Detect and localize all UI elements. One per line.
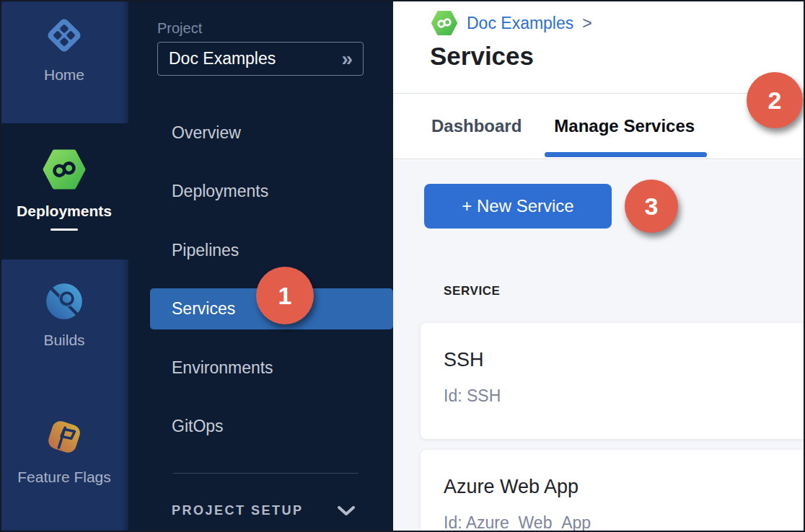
rail-item-builds[interactable]: Builds bbox=[0, 260, 128, 393]
project-selector-value: Doc Examples bbox=[169, 49, 276, 68]
sidebar-item-environments[interactable]: Environments bbox=[128, 347, 393, 389]
service-card-azure-web-app[interactable]: Azure Web App Id: Azure_Web_App bbox=[421, 450, 805, 532]
sidebar-item-pipelines[interactable]: Pipelines bbox=[128, 230, 393, 271]
tab-dashboard[interactable]: Dashboard bbox=[431, 94, 522, 159]
module-rail: Home Deployments bbox=[0, 0, 128, 532]
sidebar-divider bbox=[173, 473, 358, 474]
service-id: Id: Azure_Web_App bbox=[444, 513, 799, 532]
sidebar-item-overview[interactable]: Overview bbox=[128, 112, 393, 154]
annotation-step-1: 1 bbox=[256, 267, 314, 324]
active-tab-underline bbox=[545, 152, 707, 157]
new-service-button[interactable]: + New Service bbox=[424, 184, 612, 229]
page-title: Services bbox=[430, 42, 534, 71]
chevron-right-icon: > bbox=[582, 14, 591, 33]
main-content: Doc Examples > Services Dashboard Manage… bbox=[393, 0, 805, 532]
project-icon bbox=[431, 9, 458, 37]
project-setup-toggle[interactable]: PROJECT SETUP bbox=[172, 503, 355, 518]
project-setup-label: PROJECT SETUP bbox=[172, 503, 304, 518]
rail-label-home: Home bbox=[44, 66, 84, 84]
active-module-underline bbox=[50, 229, 78, 231]
sidebar-item-deployments[interactable]: Deployments bbox=[128, 171, 393, 212]
double-chevron-icon: » bbox=[341, 49, 353, 69]
service-card-ssh[interactable]: SSH Id: SSH bbox=[421, 323, 805, 439]
rail-label-builds: Builds bbox=[43, 332, 84, 349]
rail-label-feature-flags: Feature Flags bbox=[17, 469, 111, 486]
project-sidebar: Project Doc Examples » Overview Deployme… bbox=[128, 0, 393, 532]
project-section-label: Project bbox=[157, 20, 202, 37]
rail-item-feature-flags[interactable]: Feature Flags bbox=[0, 393, 128, 532]
services-content: + New Service SERVICE SSH Id: SSH Azure … bbox=[393, 160, 805, 532]
app-window: Home Deployments bbox=[0, 0, 805, 532]
rail-item-deployments[interactable]: Deployments bbox=[0, 123, 128, 260]
chevron-down-icon bbox=[338, 506, 355, 516]
project-selector[interactable]: Doc Examples » bbox=[157, 42, 364, 76]
rail-item-home[interactable]: Home bbox=[0, 0, 128, 123]
annotation-step-2: 2 bbox=[747, 72, 803, 128]
service-column-header: SERVICE bbox=[444, 284, 501, 298]
tab-manage-services[interactable]: Manage Services bbox=[554, 94, 695, 159]
home-icon bbox=[44, 15, 84, 56]
tab-bar: Dashboard Manage Services bbox=[393, 94, 805, 159]
service-name: Azure Web App bbox=[444, 476, 799, 497]
sidebar-item-gitops[interactable]: GitOps bbox=[128, 406, 393, 447]
rail-label-deployments: Deployments bbox=[17, 203, 112, 220]
breadcrumb-project-link[interactable]: Doc Examples bbox=[467, 14, 573, 33]
builds-icon bbox=[45, 282, 84, 321]
feature-flags-icon bbox=[43, 416, 85, 458]
breadcrumb: Doc Examples > bbox=[431, 9, 592, 37]
service-id: Id: SSH bbox=[444, 386, 799, 405]
annotation-step-3: 3 bbox=[625, 179, 678, 233]
service-name: SSH bbox=[444, 349, 799, 371]
deployments-icon bbox=[42, 147, 87, 192]
